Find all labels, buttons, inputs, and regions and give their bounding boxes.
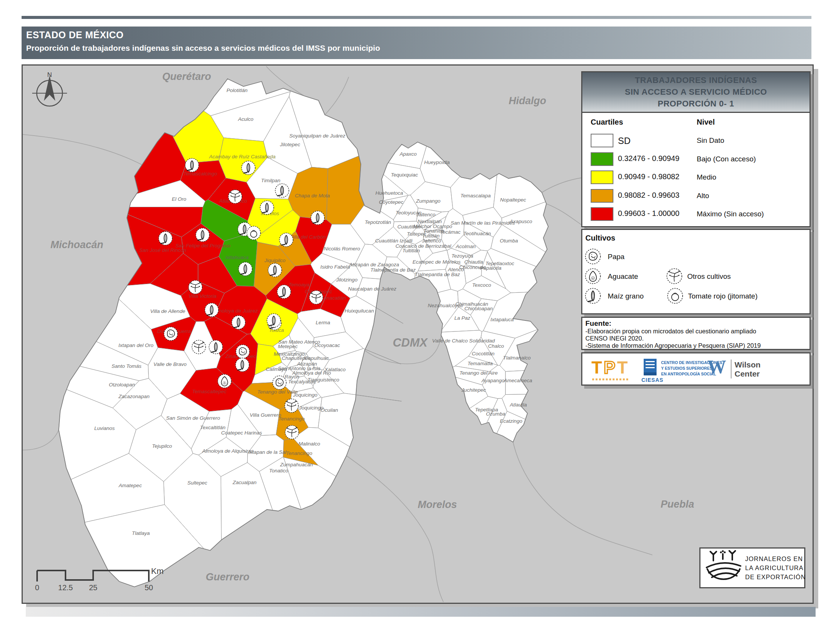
municipality-cell (420, 146, 460, 188)
municipality-label: Zumpango (416, 198, 441, 204)
field-drawing-icon (702, 549, 745, 587)
swatch-bajo (591, 152, 613, 166)
maiz-map-icon (277, 285, 291, 298)
ciesas-acronym: CIESAS (642, 377, 663, 383)
municipality-label: Calimaya (266, 366, 287, 372)
municipality-label: Valle de Chalco Solidaridad (432, 338, 495, 344)
municipality-label: Santo Tomás (111, 363, 141, 369)
municipality-label: Villa Guerrero (249, 412, 281, 418)
municipality-label: Joquicingo (299, 405, 324, 411)
range-label: 0.32476 - 0.90949 (618, 154, 679, 163)
state-label: Querétaro (162, 71, 211, 82)
papa-map-icon (236, 345, 249, 358)
state-label: CDMX (392, 336, 428, 349)
municipality-label: Otumba (500, 238, 518, 243)
municipality-label: Nopaltepec (500, 197, 526, 203)
municipality-label: Jiquipilco (264, 258, 286, 263)
municipality-label: Capulhuac (304, 355, 329, 361)
scale-tick-label: 0 (35, 583, 39, 592)
aguacate-map-icon (218, 374, 232, 388)
otros-map-icon (228, 190, 242, 203)
municipality-label: Xonacatlán (320, 295, 346, 301)
legend-header-line: SIN ACCESO A SERVICIO MÉDICO (582, 86, 809, 98)
legend-row: SD Sin Dato (582, 133, 809, 149)
municipality-label: Apaxco (399, 151, 417, 157)
municipality-label: Amecameca (503, 378, 532, 383)
wilson-divider (731, 359, 732, 378)
municipality-label: Teotihuacán (463, 231, 491, 237)
jornaleros-line: JORNALEROS EN (745, 555, 803, 563)
scale-tick-label: 12.5 (58, 583, 73, 592)
bottom-gradient-bar (26, 607, 815, 617)
maiz-map-icon (267, 314, 281, 327)
municipality-label: Chiautla (464, 259, 483, 265)
jornaleros-line: LA AGRICULTURA (745, 564, 804, 572)
municipality-label: Ocuilan (321, 407, 338, 413)
municipality-label: La Paz (454, 315, 470, 321)
municipality-label: Jilotzingo (336, 277, 358, 283)
maiz-map-icon (268, 263, 282, 277)
range-label: 0.99603 - 1.00000 (618, 209, 679, 218)
municipality-label: Acambay de Ruíz Castañeda (209, 154, 276, 159)
fuente-panel: Fuente: -Elaboración propia con microdat… (581, 317, 810, 350)
papa-label: Papa (608, 253, 624, 261)
municipality-label: Huixquilucan (344, 308, 374, 314)
swatch-maximo (591, 207, 613, 221)
municipality-label: Zacualpan (232, 480, 256, 485)
municipality-label: Ecatzingo (500, 418, 523, 424)
municipality-label: Chalco (488, 343, 504, 349)
title-band: ESTADO DE MÉXICO Proporción de trabajado… (22, 27, 811, 59)
municipality-label: Villa Victoria (188, 293, 217, 299)
municipality-label: Villa del Carbón (289, 234, 326, 240)
municipality-label: Coyotepec (379, 199, 404, 205)
scale-tick-label: 50 (145, 583, 153, 592)
municipality-label: Ayapango (481, 378, 505, 383)
municipality-label: Tonatico (269, 468, 288, 473)
municipality-label: Zumpahuacán (280, 462, 313, 467)
municipality-label: Chapa de Mota (295, 193, 330, 198)
maiz-map-icon (205, 303, 219, 317)
municipality-label: Ixtlahuaca (225, 254, 249, 260)
legend-header: TRABAJADORES INDÍGENAS SIN ACCESO A SERV… (582, 72, 809, 113)
municipality-label: Tezoyuca (451, 253, 473, 259)
municipality-label: Amatepec (119, 483, 142, 488)
municipality-label: Tepotzotlán (365, 219, 391, 225)
swatch-sd (591, 134, 613, 147)
municipality-label: Tenancingo (286, 451, 312, 456)
jornaleros-line: DE EXPORTACIÓN (745, 573, 806, 581)
municipality-label: Juchitepec (461, 387, 486, 393)
municipality-label: Texcaltitlán (200, 425, 225, 430)
range-label: SD (618, 135, 630, 146)
municipality-label: Metepec (278, 344, 298, 349)
state-label: Puebla (661, 499, 695, 510)
municipality-label: Temoaya (288, 282, 310, 288)
state-label: Hidalgo (509, 95, 547, 106)
legend-row: 0.98082 - 0.99603 Alto (582, 188, 809, 204)
level-label: Sin Dato (697, 136, 724, 145)
municipality-label: Chicoloapan (464, 306, 493, 311)
municipality-label: Ozumba (486, 411, 505, 417)
tpt-letter: P (604, 359, 616, 376)
maiz-map-icon (209, 340, 223, 354)
municipality-label: Ixtapan del Oro (119, 343, 154, 348)
scale-unit-label: Km (151, 566, 164, 576)
wilson-line: Center (735, 369, 760, 378)
municipality-label: Ecatepec de Morelos (413, 259, 461, 265)
municipality-label: Temascalcingo (183, 171, 217, 177)
municipality-label: Almoloya de Alquisiras (202, 448, 254, 454)
municipality-label: Atizapán de Zaragoza (349, 262, 399, 267)
municipality-label: Hueypoxtla (424, 159, 450, 165)
ciesas-logo-icon (644, 359, 656, 375)
municipality-label: Soyaniquilpan de Juárez (289, 133, 345, 138)
municipality-label: Ixtapaluca (490, 317, 514, 322)
otros-cultivos-icon (666, 268, 683, 285)
state-label: Morelos (418, 499, 457, 510)
municipality-label: Tequixquiac (391, 172, 418, 178)
logos-panel: T P T CIESAS CENTRO DE INVESTIGACIONES Y… (581, 352, 810, 386)
jornaleros-logo: JORNALEROS EN LA AGRICULTURA DE EXPORTAC… (700, 547, 806, 588)
municipality-label: Xalatlaco (324, 367, 346, 372)
maiz-map-icon (185, 158, 199, 172)
municipality-label: Luvianos (94, 425, 115, 431)
municipality-label: San Simón de Guerrero (166, 415, 220, 421)
municipality-label: Lerma (316, 320, 331, 325)
